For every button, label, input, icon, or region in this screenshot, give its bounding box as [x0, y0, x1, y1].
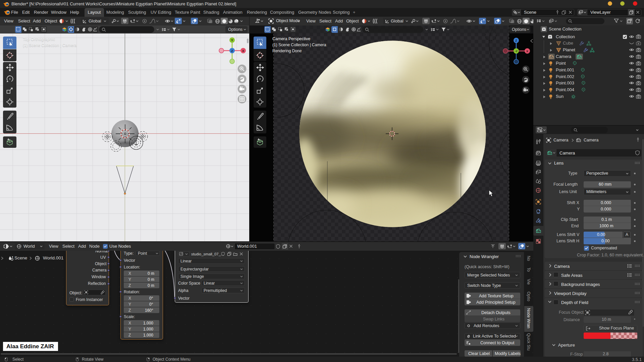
svg-text:Z: Z	[515, 39, 517, 42]
svg-text:Y: Y	[231, 38, 233, 42]
svg-text:-Y: -Y	[515, 50, 518, 53]
svg-text:Z: Z	[231, 49, 233, 53]
svg-text:X: X	[242, 49, 245, 53]
svg-text:X: X	[526, 49, 529, 53]
